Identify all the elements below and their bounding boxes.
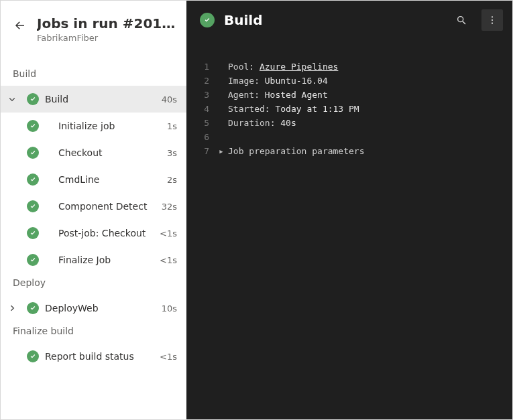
log-text: Pool: Azure Pipelines <box>228 60 338 74</box>
log-text: Job preparation parameters <box>228 144 365 158</box>
step-row[interactable]: Checkout3s <box>1 139 186 166</box>
log-label: Started <box>228 104 265 114</box>
search-icon <box>456 15 467 25</box>
log-title: Build <box>224 12 441 28</box>
fold-marker[interactable]: ▸ <box>219 144 228 158</box>
log-link[interactable]: Azure Pipelines <box>260 62 338 72</box>
step-row[interactable]: Finalize Job<1s <box>1 247 186 273</box>
status-cell <box>23 173 42 186</box>
status-cell <box>23 302 42 314</box>
job-name: Report build status <box>42 351 156 362</box>
step-row[interactable]: CmdLine2s <box>1 166 186 193</box>
log-label: Agent <box>228 90 254 100</box>
log-line: 6 <box>186 130 512 144</box>
success-icon <box>27 254 39 266</box>
log-label: Image <box>228 76 254 86</box>
success-icon <box>27 302 39 314</box>
back-button[interactable] <box>13 15 27 31</box>
step-name: Finalize Job <box>56 255 156 265</box>
svg-point-0 <box>458 17 463 22</box>
search-button[interactable] <box>451 9 472 31</box>
success-icon <box>27 227 39 239</box>
status-cell <box>23 200 42 212</box>
job-name: DeployWeb <box>42 303 158 313</box>
success-icon <box>27 200 39 212</box>
line-number: 2 <box>186 74 219 88</box>
log-text: Started: Today at 1:13 PM <box>228 102 359 116</box>
step-duration: 3s <box>163 148 177 158</box>
panel-title: Jobs in run #20191… <box>37 15 178 31</box>
svg-line-1 <box>463 21 465 24</box>
jobs-tree: BuildBuild40sInitialize job1sCheckout3sC… <box>1 46 186 419</box>
success-icon <box>27 350 39 362</box>
log-line: 2Image: Ubuntu-16.04 <box>186 74 512 88</box>
log-value: Today at 1:13 PM <box>275 104 359 114</box>
log-line: 7▸Job preparation parameters <box>186 144 512 158</box>
job-row[interactable]: Report build status<1s <box>1 343 186 370</box>
success-icon <box>27 93 39 105</box>
success-icon <box>27 147 39 159</box>
log-line: 4Started: Today at 1:13 PM <box>186 102 512 116</box>
jobs-panel: Jobs in run #20191… FabrikamFiber BuildB… <box>1 1 186 419</box>
log-text: Agent: Hosted Agent <box>228 88 328 102</box>
job-duration: <1s <box>156 352 177 362</box>
chevron-right-icon[interactable] <box>1 304 23 312</box>
svg-point-3 <box>492 19 493 21</box>
job-duration: 10s <box>158 303 177 313</box>
chevron-down-icon[interactable] <box>1 95 23 103</box>
status-cell <box>23 254 42 266</box>
line-number: 3 <box>186 88 219 102</box>
panel-header: Jobs in run #20191… FabrikamFiber <box>1 1 186 46</box>
log-panel: Build 1Pool: Azure Pipelines2Image: Ubun… <box>186 1 512 419</box>
step-duration: 32s <box>158 202 177 212</box>
step-duration: 1s <box>163 121 177 131</box>
line-number: 4 <box>186 102 219 116</box>
panel-subtitle: FabrikamFiber <box>37 33 178 43</box>
log-viewer[interactable]: 1Pool: Azure Pipelines2Image: Ubuntu-16.… <box>186 40 512 419</box>
job-name: Build <box>42 94 158 104</box>
step-name: Component Detect <box>56 201 158 212</box>
step-row[interactable]: Post-job: Checkout<1s <box>1 220 186 247</box>
step-name: Checkout <box>56 147 163 158</box>
svg-point-2 <box>492 16 493 17</box>
job-duration: 40s <box>158 94 177 104</box>
status-cell <box>23 227 42 239</box>
more-actions-button[interactable] <box>481 9 503 31</box>
status-cell <box>23 350 42 362</box>
job-row[interactable]: DeployWeb10s <box>1 295 186 322</box>
success-icon <box>200 13 215 27</box>
log-line: 5Duration: 40s <box>186 116 512 130</box>
status-cell <box>23 147 42 159</box>
line-number: 1 <box>186 60 219 74</box>
log-value: Hosted Agent <box>265 90 328 100</box>
status-cell <box>23 120 42 132</box>
log-value: 40s <box>280 118 296 128</box>
job-row[interactable]: Build40s <box>1 86 186 113</box>
stage-label: Build <box>1 64 186 86</box>
stage-label: Deploy <box>1 273 186 295</box>
status-cell <box>23 93 42 105</box>
step-name: CmdLine <box>56 174 163 185</box>
line-number: 7 <box>186 144 219 158</box>
line-number: 5 <box>186 116 219 130</box>
step-name: Post-job: Checkout <box>56 228 156 238</box>
svg-point-4 <box>492 23 493 24</box>
step-name: Initialize job <box>56 121 163 131</box>
log-label: Pool <box>228 62 249 72</box>
step-row[interactable]: Component Detect32s <box>1 193 186 220</box>
log-text: Image: Ubuntu-16.04 <box>228 74 328 88</box>
more-vertical-icon <box>487 15 498 25</box>
line-number: 6 <box>186 130 219 144</box>
success-icon <box>27 120 39 132</box>
success-icon <box>27 173 39 186</box>
step-duration: 2s <box>163 175 177 185</box>
log-label: Duration <box>228 118 270 128</box>
step-duration: <1s <box>156 255 177 265</box>
stage-label: Finalize build <box>1 322 186 343</box>
step-row[interactable]: Initialize job1s <box>1 113 186 139</box>
log-text: Duration: 40s <box>228 116 296 130</box>
log-value: Ubuntu-16.04 <box>265 76 328 86</box>
step-duration: <1s <box>156 228 177 238</box>
arrow-left-icon <box>14 19 26 31</box>
log-header: Build <box>186 1 512 40</box>
